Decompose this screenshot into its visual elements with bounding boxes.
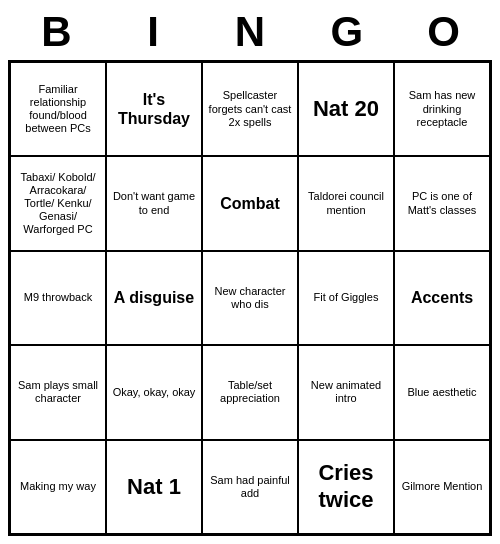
bingo-cell-14: Accents bbox=[394, 251, 490, 345]
bingo-cell-0: Familiar relationship found/blood betwee… bbox=[10, 62, 106, 156]
bingo-cell-20: Making my way bbox=[10, 440, 106, 534]
title-b: B bbox=[16, 8, 96, 56]
bingo-cell-5: Tabaxi/ Kobold/ Arracokara/ Tortle/ Kenk… bbox=[10, 156, 106, 250]
bingo-cell-22: Sam had painful add bbox=[202, 440, 298, 534]
bingo-cell-19: Blue aesthetic bbox=[394, 345, 490, 439]
bingo-cell-23: Cries twice bbox=[298, 440, 394, 534]
bingo-cell-1: It's Thursday bbox=[106, 62, 202, 156]
bingo-cell-16: Okay, okay, okay bbox=[106, 345, 202, 439]
bingo-cell-9: PC is one of Matt's classes bbox=[394, 156, 490, 250]
title-i: I bbox=[113, 8, 193, 56]
bingo-cell-18: New animated intro bbox=[298, 345, 394, 439]
bingo-cell-11: A disguise bbox=[106, 251, 202, 345]
bingo-grid: Familiar relationship found/blood betwee… bbox=[8, 60, 492, 536]
bingo-cell-15: Sam plays small character bbox=[10, 345, 106, 439]
title-n: N bbox=[210, 8, 290, 56]
title-o: O bbox=[404, 8, 484, 56]
bingo-cell-21: Nat 1 bbox=[106, 440, 202, 534]
bingo-cell-17: Table/set appreciation bbox=[202, 345, 298, 439]
bingo-cell-8: Taldorei council mention bbox=[298, 156, 394, 250]
bingo-cell-13: Fit of Giggles bbox=[298, 251, 394, 345]
bingo-cell-24: Gilmore Mention bbox=[394, 440, 490, 534]
bingo-title: B I N G O bbox=[8, 8, 492, 56]
bingo-cell-6: Don't want game to end bbox=[106, 156, 202, 250]
bingo-cell-7: Combat bbox=[202, 156, 298, 250]
bingo-cell-2: Spellcaster forgets can't cast 2x spells bbox=[202, 62, 298, 156]
title-g: G bbox=[307, 8, 387, 56]
bingo-cell-4: Sam has new drinking receptacle bbox=[394, 62, 490, 156]
bingo-cell-10: M9 throwback bbox=[10, 251, 106, 345]
bingo-cell-3: Nat 20 bbox=[298, 62, 394, 156]
bingo-cell-12: New character who dis bbox=[202, 251, 298, 345]
